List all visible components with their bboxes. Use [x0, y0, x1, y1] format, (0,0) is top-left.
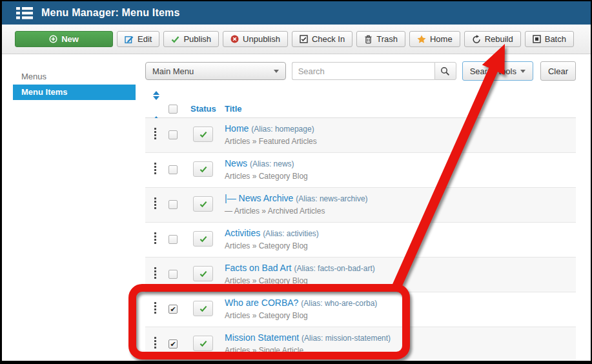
check-in-button[interactable]: Check In — [292, 31, 352, 47]
menu-item-alias: (Alias: news-archive) — [296, 194, 367, 203]
menu-item-title-link[interactable]: Facts on Bad Art — [225, 263, 292, 273]
status-check-icon — [199, 201, 207, 208]
new-button-label: New — [61, 34, 79, 44]
sidebar-item-menu-items[interactable]: Menu Items — [13, 85, 136, 100]
unpublish-button[interactable]: Unpublish — [223, 31, 288, 47]
status-published-button[interactable] — [193, 301, 213, 316]
rebuild-arrow-icon — [472, 35, 481, 44]
unpublish-button-label: Unpublish — [243, 34, 280, 44]
menu-item-title-link[interactable]: Who are CORBA? — [225, 298, 298, 308]
edit-button-label: Edit — [138, 34, 152, 44]
search-tools-button[interactable]: Search tools — [462, 61, 533, 81]
menu-item-alias: (Alias: facts-on-bad-art) — [294, 264, 374, 273]
new-button[interactable]: New — [15, 31, 113, 47]
menu-item-alias: (Alias: activities) — [263, 229, 319, 238]
menu-item-alias: (Alias: news) — [250, 159, 294, 168]
status-check-icon — [199, 166, 207, 173]
column-header-status[interactable]: Status — [190, 104, 216, 114]
status-published-button[interactable] — [193, 266, 213, 281]
menu-item-path: — Articles » Archived Articles — [225, 207, 368, 216]
drag-handle-icon[interactable] — [154, 267, 156, 279]
page-title: Menu Manager: Menu Items — [41, 7, 180, 19]
row-checkbox[interactable] — [168, 165, 178, 174]
trash-button-label: Trash — [376, 34, 398, 44]
table-row: News (Alias: news) Articles » Category B… — [145, 153, 576, 188]
menu-item-title-link[interactable]: Mission Statement — [225, 332, 299, 343]
table-row: |— News Archive (Alias: news-archive) — … — [145, 188, 576, 223]
batch-button[interactable]: Batch — [525, 31, 574, 47]
drag-handle-icon[interactable] — [154, 128, 156, 139]
sort-ascending-icon[interactable] — [153, 105, 159, 117]
status-check-icon — [199, 340, 207, 347]
drag-handle-icon[interactable] — [154, 197, 156, 209]
menu-item-title-link[interactable]: News — [225, 158, 247, 168]
filter-bar: Main Menu Search tools Clear — [145, 61, 576, 81]
ordering-sort-icon[interactable] — [153, 91, 159, 100]
drag-handle-icon[interactable] — [154, 163, 156, 174]
row-checkbox[interactable] — [168, 130, 178, 139]
edit-button[interactable]: Edit — [117, 31, 159, 47]
rebuild-button[interactable]: Rebuild — [464, 31, 521, 47]
status-published-button[interactable] — [193, 336, 213, 351]
menu-item-alias: (Alias: homepage) — [251, 125, 314, 134]
table-row: Facts on Bad Art (Alias: facts-on-bad-ar… — [145, 258, 576, 292]
status-check-icon — [199, 131, 207, 138]
edit-pencil-icon — [125, 35, 134, 44]
menu-item-title-link[interactable]: |— News Archive — [225, 193, 293, 203]
search-button[interactable] — [434, 62, 456, 80]
sidebar-item-menus[interactable]: Menus — [13, 69, 136, 85]
menu-item-path: Articles » Category Blog — [225, 172, 308, 181]
menu-item-alias: (Alias: mission-statement) — [301, 334, 391, 343]
trash-icon — [364, 35, 373, 44]
status-published-button[interactable] — [193, 231, 213, 247]
search-tools-label: Search tools — [470, 66, 516, 76]
menutype-select-value: Main Menu — [152, 66, 194, 76]
menu-item-path: Articles » Category Blog — [225, 241, 319, 250]
drag-handle-icon[interactable] — [154, 337, 156, 349]
home-button-label: Home — [430, 34, 453, 44]
table-header: Status Title — [145, 90, 576, 118]
check-in-button-label: Check In — [312, 34, 345, 44]
search-input[interactable] — [292, 62, 434, 80]
search-group — [292, 62, 456, 80]
select-all-checkbox[interactable] — [168, 105, 178, 114]
status-published-button[interactable] — [193, 126, 213, 142]
menu-item-title-link[interactable]: Home — [225, 123, 249, 134]
table-row: Who are CORBA? (Alias: who-are-corba) Ar… — [145, 292, 576, 327]
check-icon — [171, 35, 179, 43]
column-header-title[interactable]: Title — [225, 104, 242, 114]
circle-x-icon — [230, 35, 239, 43]
status-check-icon — [199, 236, 207, 243]
status-published-button[interactable] — [193, 196, 213, 212]
menu-item-path: Articles » Featured Articles — [225, 137, 317, 146]
menutype-select[interactable]: Main Menu — [145, 62, 286, 80]
row-checkbox[interactable] — [168, 200, 178, 209]
drag-handle-icon[interactable] — [154, 302, 156, 314]
search-icon — [440, 66, 450, 76]
clear-button[interactable]: Clear — [540, 61, 576, 81]
home-button[interactable]: Home — [409, 31, 460, 47]
menu-item-path: Articles » Single Article — [225, 346, 391, 355]
rebuild-button-label: Rebuild — [485, 34, 513, 44]
status-check-icon — [199, 270, 207, 278]
status-check-icon — [199, 305, 207, 312]
app-window: Menu Manager: Menu Items New Edit Publis… — [0, 0, 592, 364]
menu-item-title-link[interactable]: Activities — [225, 228, 260, 238]
row-checkbox[interactable] — [168, 339, 178, 349]
drag-handle-icon[interactable] — [154, 232, 156, 244]
publish-button[interactable]: Publish — [163, 31, 219, 47]
sidebar: Menus Menu Items — [13, 69, 136, 100]
content-area: Menus Menu Items Main Menu Search tools — [2, 61, 591, 364]
chevron-down-icon — [520, 70, 526, 73]
star-icon — [417, 35, 426, 43]
row-checkbox[interactable] — [168, 235, 178, 244]
status-published-button[interactable] — [193, 161, 213, 177]
table-row: Mission Statement (Alias: mission-statem… — [145, 327, 576, 362]
trash-button[interactable]: Trash — [356, 31, 405, 47]
publish-button-label: Publish — [183, 34, 211, 44]
row-checkbox[interactable] — [168, 270, 178, 279]
menu-item-path: Articles » Category Blog — [225, 311, 377, 320]
row-checkbox[interactable] — [168, 305, 178, 314]
menu-items-list: Home (Alias: homepage) Articles » Featur… — [145, 118, 576, 362]
batch-square-icon — [533, 35, 541, 43]
